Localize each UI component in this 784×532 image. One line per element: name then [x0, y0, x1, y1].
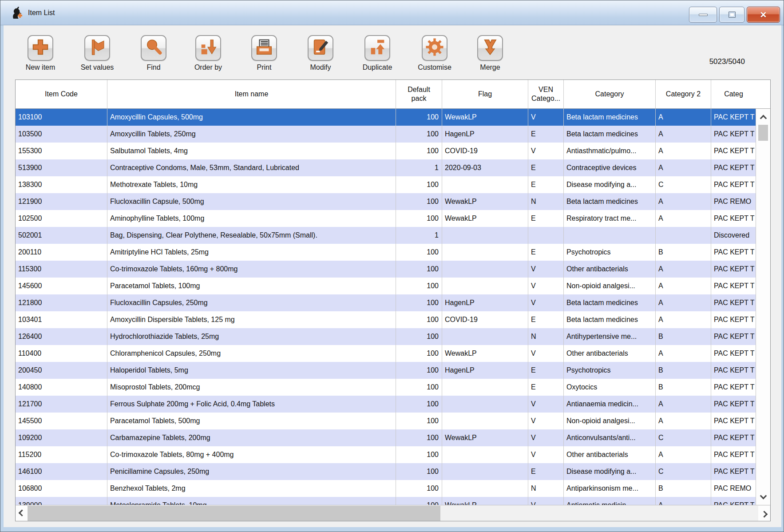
cell-code: 200450	[16, 362, 107, 379]
scroll-right-button[interactable]	[758, 506, 770, 521]
table-row[interactable]: 103401Amoxycillin Dispersible Tablets, 1…	[16, 311, 756, 328]
column-header-code[interactable]: Item Code	[16, 80, 107, 108]
toolbar-button-duplicate[interactable]: Duplicate	[353, 35, 402, 85]
cell-cat: Oxytocics	[564, 379, 656, 396]
cell-ven	[528, 227, 564, 244]
cell-cat2: A	[656, 294, 711, 311]
table-row[interactable]: 110400Chloramphenicol Capsules, 250mg100…	[16, 345, 756, 362]
scroll-up-button[interactable]	[756, 110, 770, 124]
cell-cat2: B	[656, 362, 711, 379]
item-list-window: Item List ✕ New itemSet valuesFindOrder …	[0, 0, 784, 532]
cell-cat3: PAC KEPT T	[711, 413, 756, 429]
toolbar-button-modify[interactable]: Modify	[296, 35, 345, 85]
cell-name: Contraceptive Condoms, Male, 53mm, Stand…	[107, 159, 396, 176]
cell-cat3: PAC REMO	[711, 480, 756, 497]
cell-flag: WewakLP	[442, 345, 528, 362]
cell-cat3: PAC KEPT T	[711, 210, 756, 227]
toolbar-button-customise[interactable]: Customise	[410, 35, 459, 85]
horizontal-scrollbar[interactable]	[16, 505, 770, 521]
scroll-down-button[interactable]	[756, 490, 770, 504]
table-row[interactable]: 145600Paracetamol Tablets, 100mg100VNon-…	[16, 278, 756, 294]
table-row[interactable]: 139000Metoclopramide Tablets, 10mg100Wew…	[16, 497, 756, 505]
cell-name: Paracetamol Tablets, 500mg	[107, 413, 396, 429]
cell-name: Co-trimoxazole Tablets, 80mg + 400mg	[107, 446, 396, 463]
table-header: Item CodeItem nameDefaultpackFlagVENCate…	[16, 80, 770, 109]
table-row[interactable]: 121900Flucloxacillin Capsule, 500mg100We…	[16, 193, 756, 210]
column-header-flag[interactable]: Flag	[442, 80, 528, 108]
toolbar-button-label: Find	[129, 64, 178, 71]
table-row[interactable]: 103500Amoxycillin Tablets, 250mg100Hagen…	[16, 126, 756, 143]
toolbar-button-new-item[interactable]: New item	[16, 35, 65, 85]
table-row[interactable]: 126400Hydrochlorothiazide Tablets, 25mg1…	[16, 328, 756, 345]
column-header-name[interactable]: Item name	[107, 80, 396, 108]
table-row[interactable]: 145500Paracetamol Tablets, 500mg100VNon-…	[16, 413, 756, 429]
table-row[interactable]: 138300Methotrexate Tablets, 10mg100EDise…	[16, 176, 756, 193]
cell-name: Amoxycillin Tablets, 250mg	[107, 126, 396, 143]
cell-code: 103401	[16, 311, 107, 328]
table-row[interactable]: 121800Flucloxacillin Capsules, 250mg100H…	[16, 294, 756, 311]
table-row[interactable]: 140800Misoprostol Tablets, 200mcg100EOxy…	[16, 379, 756, 396]
toolbar-button-find[interactable]: Find	[129, 35, 178, 85]
table-row[interactable]: 103100Amoxycillin Capsules, 500mg100Wewa…	[16, 109, 756, 126]
close-button[interactable]: ✕	[747, 7, 780, 23]
column-header-pack[interactable]: Defaultpack	[396, 80, 442, 108]
toolbar-button-order-by[interactable]: Order by	[184, 35, 233, 85]
cell-cat3: PAC REMO	[711, 193, 756, 210]
cell-pack: 100	[396, 176, 442, 193]
table-row[interactable]: 155300Salbutamol Tablets, 4mg100COVID-19…	[16, 143, 756, 159]
table-row[interactable]: 102500Aminophylline Tablets, 100mg100Wew…	[16, 210, 756, 227]
cell-cat2: A	[656, 497, 711, 505]
cell-pack: 100	[396, 345, 442, 362]
column-header-cat3[interactable]: Categ	[711, 80, 756, 108]
cell-name: Carbamazepine Tablets, 200mg	[107, 429, 396, 446]
table-row[interactable]: 115300Co-trimoxazole Tablets, 160mg + 80…	[16, 261, 756, 278]
cell-flag	[442, 413, 528, 429]
table-row[interactable]: 106800Benzhexol Tablets, 2mg100NAntipark…	[16, 480, 756, 497]
cell-code: 115200	[16, 446, 107, 463]
cell-code: 109200	[16, 429, 107, 446]
cell-name: Misoprostol Tablets, 200mcg	[107, 379, 396, 396]
table-row[interactable]: 109200Carbamazepine Tablets, 200mg100Wew…	[16, 429, 756, 446]
cell-name: Hydrochlorothiazide Tablets, 25mg	[107, 328, 396, 345]
cell-pack: 100	[396, 143, 442, 159]
cell-flag: COVID-19	[442, 143, 528, 159]
column-header-cat2[interactable]: Category 2	[656, 80, 711, 108]
table-row[interactable]: 115200Co-trimoxazole Tablets, 80mg + 400…	[16, 446, 756, 463]
table-row[interactable]: 502001Bag, Dispensing, Clear Polythene, …	[16, 227, 756, 244]
maximize-button[interactable]	[719, 7, 744, 23]
cell-pack: 100	[396, 362, 442, 379]
cell-code: 138300	[16, 176, 107, 193]
titlebar[interactable]: Item List ✕	[0, 0, 784, 25]
toolbar-button-set-values[interactable]: Set values	[73, 35, 122, 85]
cell-cat2: C	[656, 463, 711, 480]
horizontal-scroll-thumb[interactable]	[28, 506, 440, 521]
vertical-scroll-thumb[interactable]	[758, 125, 768, 141]
toolbar-button-merge[interactable]: Merge	[466, 35, 515, 85]
cell-ven: E	[528, 463, 564, 480]
cell-ven: E	[528, 244, 564, 261]
table-row[interactable]: 200110Amitriptyline HCl Tablets, 25mg100…	[16, 244, 756, 261]
vertical-scrollbar[interactable]	[756, 109, 770, 505]
table-row[interactable]: 513900Contraceptive Condoms, Male, 53mm,…	[16, 159, 756, 176]
cell-cat3: PAC KEPT T	[711, 278, 756, 294]
chevron-right-icon	[760, 511, 768, 518]
cell-code: 126400	[16, 328, 107, 345]
cell-pack: 100	[396, 294, 442, 311]
cell-name: Paracetamol Tablets, 100mg	[107, 278, 396, 294]
cell-ven: V	[528, 429, 564, 446]
toolbar-button-print[interactable]: Print	[240, 35, 289, 85]
scroll-left-button[interactable]	[16, 506, 28, 521]
table-row[interactable]: 200450Haloperidol Tablets, 5mg100HagenLP…	[16, 362, 756, 379]
cell-ven: V	[528, 261, 564, 278]
cell-code: 103500	[16, 126, 107, 143]
column-header-cat[interactable]: Category	[564, 80, 656, 108]
item-count: 5023/5040	[709, 57, 745, 66]
cell-pack: 100	[396, 379, 442, 396]
table-row[interactable]: 121700Ferrous Sulphate 200mg + Folic Aci…	[16, 396, 756, 413]
column-header-ven[interactable]: VENCatego...	[528, 80, 564, 108]
cell-cat3: PAC KEPT T	[711, 497, 756, 505]
minimize-button[interactable]	[689, 7, 717, 23]
cell-cat2: A	[656, 413, 711, 429]
table-row[interactable]: 146100Penicillamine Capsules, 250mg100ED…	[16, 463, 756, 480]
cell-ven: V	[528, 413, 564, 429]
